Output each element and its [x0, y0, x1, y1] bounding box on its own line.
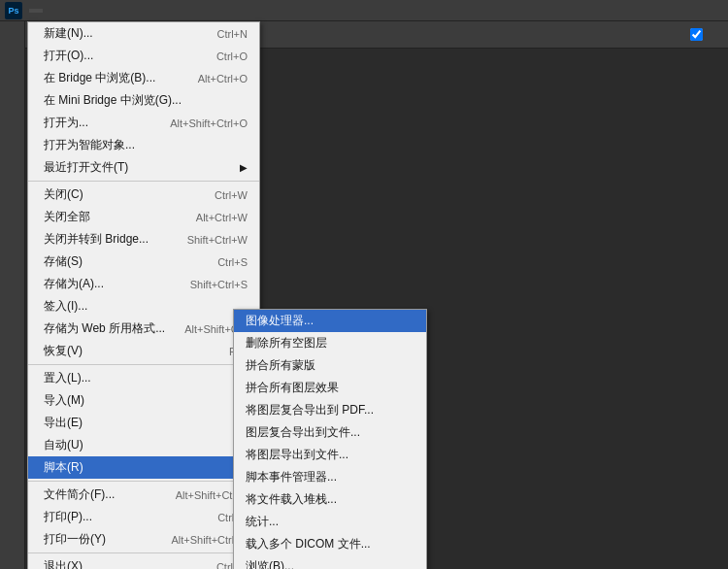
- file-menu-item-7[interactable]: 关闭(C)Ctrl+W: [28, 184, 259, 206]
- ps-logo: Ps: [4, 1, 23, 20]
- file-menu-item-label-5: 打开为智能对象...: [44, 137, 135, 153]
- menu-separator: [28, 481, 259, 482]
- file-menu-item-11[interactable]: 存储为(A)...Shift+Ctrl+S: [28, 273, 259, 295]
- delete-crop-checkbox[interactable]: [690, 28, 703, 41]
- file-menu-item-label-20: 文件简介(F)...: [44, 486, 115, 503]
- file-menu-item-21[interactable]: 打印(P)...Ctrl+P: [28, 506, 259, 528]
- file-menu-item-20[interactable]: 文件简介(F)...Alt+Shift+Ctrl+I: [28, 484, 259, 506]
- menu-separator: [28, 552, 259, 553]
- menu-item-filter[interactable]: [111, 9, 124, 13]
- scripts-submenu-item-9[interactable]: 统计...: [234, 511, 426, 533]
- file-menu-item-17[interactable]: 导出(E)▶: [28, 412, 259, 434]
- file-menu-item-10[interactable]: 存储(S)Ctrl+S: [28, 251, 259, 273]
- left-toolbar: [0, 21, 25, 569]
- file-menu-item-label-10: 存储(S): [44, 253, 83, 270]
- file-menu-item-13[interactable]: 存储为 Web 所用格式...Alt+Shift+Ctrl+S: [28, 318, 259, 340]
- menu-item-3d[interactable]: [124, 9, 138, 13]
- menu-item-edit[interactable]: [43, 9, 56, 13]
- file-menu-item-label-17: 导出(E): [44, 415, 83, 431]
- scripts-submenu-item-11[interactable]: 浏览(B)...: [234, 555, 426, 569]
- file-menu-item-label-1: 打开(O)...: [44, 48, 93, 64]
- file-menu-item-label-11: 存储为(A)...: [44, 276, 104, 292]
- menu-separator: [28, 181, 259, 182]
- file-menu-item-shortcut-2: Alt+Ctrl+O: [198, 73, 248, 84]
- scripts-submenu-item-0[interactable]: 图像处理器...: [234, 310, 426, 332]
- file-menu-item-label-6: 最近打开文件(T): [44, 159, 128, 176]
- file-menu-item-label-18: 自动(U): [44, 437, 83, 453]
- file-menu-dropdown[interactable]: 新建(N)...Ctrl+N打开(O)...Ctrl+O在 Bridge 中浏览…: [27, 21, 260, 569]
- file-menu-item-19[interactable]: 脚本(R)▶: [28, 456, 259, 479]
- scripts-submenu-item-4[interactable]: 将图层复合导出到 PDF...: [234, 399, 426, 421]
- menu-item-type[interactable]: [83, 9, 97, 13]
- submenu-arrow-icon: ▶: [240, 162, 248, 173]
- file-menu-item-9[interactable]: 关闭并转到 Bridge...Shift+Ctrl+W: [28, 228, 259, 251]
- file-menu-item-12[interactable]: 签入(I)...: [28, 295, 259, 318]
- checkbox-area: [690, 28, 707, 41]
- scripts-submenu-item-2[interactable]: 拼合所有蒙版: [234, 354, 426, 377]
- file-menu-item-2[interactable]: 在 Bridge 中浏览(B)...Alt+Ctrl+O: [28, 67, 259, 89]
- file-menu-item-label-21: 打印(P)...: [44, 509, 92, 525]
- file-menu-item-label-7: 关闭(C): [44, 186, 83, 203]
- file-menu-item-8[interactable]: 关闭全部Alt+Ctrl+W: [28, 206, 259, 228]
- file-menu-item-label-0: 新建(N)...: [44, 25, 93, 42]
- file-menu-item-22[interactable]: 打印一份(Y)Alt+Shift+Ctrl+P: [28, 528, 259, 551]
- file-menu-item-label-23: 退出(X): [44, 558, 83, 569]
- file-menu-item-label-19: 脚本(R): [44, 459, 83, 476]
- file-menu-item-shortcut-11: Shift+Ctrl+S: [190, 279, 248, 290]
- menu-bar: Ps: [0, 0, 728, 21]
- scripts-submenu-item-8[interactable]: 将文件载入堆栈...: [234, 488, 426, 511]
- file-menu-item-14[interactable]: 恢复(V)F12: [28, 340, 259, 362]
- file-menu-item-4[interactable]: 打开为...Alt+Shift+Ctrl+O: [28, 112, 259, 134]
- file-menu-item-label-13: 存储为 Web 所用格式...: [44, 320, 165, 337]
- file-menu-item-shortcut-1: Ctrl+O: [216, 50, 248, 62]
- file-menu-item-shortcut-4: Alt+Shift+Ctrl+O: [170, 117, 248, 129]
- menu-item-file[interactable]: [29, 9, 43, 13]
- file-menu-item-label-2: 在 Bridge 中浏览(B)...: [44, 70, 155, 86]
- file-menu-item-label-3: 在 Mini Bridge 中浏览(G)...: [44, 92, 182, 109]
- file-menu-item-6[interactable]: 最近打开文件(T)▶: [28, 156, 259, 179]
- file-menu-item-label-15: 置入(L)...: [44, 370, 91, 386]
- file-menu-item-16[interactable]: 导入(M)▶: [28, 389, 259, 412]
- menu-item-help[interactable]: [165, 9, 179, 13]
- ps-logo-icon: Ps: [5, 2, 22, 19]
- file-menu-item-label-4: 打开为...: [44, 115, 88, 131]
- file-menu-item-shortcut-9: Shift+Ctrl+W: [187, 234, 248, 246]
- file-menu-item-label-9: 关闭并转到 Bridge...: [44, 231, 149, 248]
- file-menu-item-label-22: 打印一份(Y): [44, 531, 106, 548]
- file-menu-item-label-14: 恢复(V): [44, 343, 83, 359]
- scripts-submenu-item-5[interactable]: 图层复合导出到文件...: [234, 421, 426, 444]
- scripts-submenu-item-3[interactable]: 拼合所有图层效果: [234, 377, 426, 399]
- file-menu-item-5[interactable]: 打开为智能对象...: [28, 134, 259, 156]
- menu-item-image[interactable]: [56, 9, 70, 13]
- file-menu-item-label-8: 关闭全部: [44, 209, 90, 225]
- file-menu-item-0[interactable]: 新建(N)...Ctrl+N: [28, 22, 259, 45]
- scripts-submenu-item-10[interactable]: 载入多个 DICOM 文件...: [234, 533, 426, 555]
- menu-item-select[interactable]: [97, 9, 111, 13]
- menu-item-window[interactable]: [151, 9, 165, 13]
- file-menu-item-shortcut-0: Ctrl+N: [217, 28, 248, 40]
- file-menu-item-shortcut-8: Alt+Ctrl+W: [196, 212, 248, 223]
- menu-item-view[interactable]: [138, 9, 151, 13]
- file-menu-item-3[interactable]: 在 Mini Bridge 中浏览(G)...: [28, 89, 259, 112]
- file-menu-item-15[interactable]: 置入(L)...: [28, 367, 259, 389]
- scripts-submenu-item-6[interactable]: 将图层导出到文件...: [234, 444, 426, 466]
- menu-item-layer[interactable]: [70, 9, 83, 13]
- file-menu-item-shortcut-10: Ctrl+S: [217, 256, 248, 268]
- file-menu-item-shortcut-7: Ctrl+W: [215, 189, 248, 201]
- scripts-submenu[interactable]: 图像处理器...删除所有空图层拼合所有蒙版拼合所有图层效果将图层复合导出到 PD…: [233, 309, 427, 569]
- file-menu-item-label-16: 导入(M): [44, 392, 84, 409]
- scripts-submenu-item-1[interactable]: 删除所有空图层: [234, 332, 426, 354]
- file-menu-item-23[interactable]: 退出(X)Ctrl+Q: [28, 555, 259, 569]
- file-menu-item-18[interactable]: 自动(U)▶: [28, 434, 259, 456]
- menu-separator: [28, 364, 259, 365]
- file-menu-item-label-12: 签入(I)...: [44, 298, 87, 315]
- scripts-submenu-item-7[interactable]: 脚本事件管理器...: [234, 466, 426, 488]
- file-menu-item-1[interactable]: 打开(O)...Ctrl+O: [28, 45, 259, 67]
